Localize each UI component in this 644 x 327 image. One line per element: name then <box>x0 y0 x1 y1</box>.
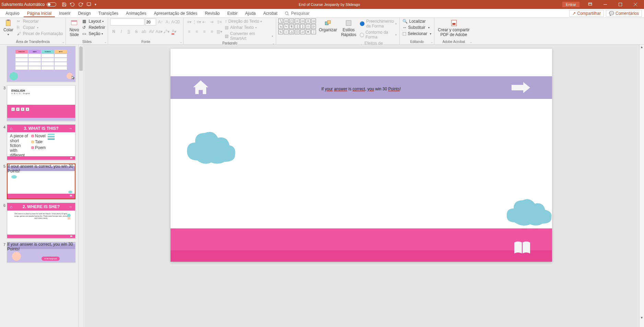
current-slide[interactable]: If your answer is correct, you win 30 Po… <box>171 49 552 262</box>
signin-button[interactable]: Entrar <box>562 2 579 7</box>
shape-brace2-icon[interactable]: } <box>300 24 305 29</box>
arrow-right-icon[interactable] <box>510 81 531 94</box>
cut-button[interactable]: ✂Recortar <box>16 19 64 24</box>
quick-styles-button[interactable]: Estilos Rápidos <box>340 19 358 38</box>
book-icon[interactable] <box>513 240 531 256</box>
shadow-button[interactable]: ab <box>140 28 147 35</box>
clear-format-icon[interactable]: A⌫ <box>172 19 179 25</box>
shape-fill-button[interactable]: 🔵Preenchimento da Forma▾ <box>359 19 397 29</box>
underline-button[interactable]: S <box>125 28 132 35</box>
align-right-button[interactable]: ≡ <box>201 28 208 35</box>
align-center-button[interactable]: ≡ <box>193 28 200 35</box>
shape-rect2-icon[interactable]: ▢ <box>289 19 294 23</box>
shape-line2-icon[interactable]: ↘ <box>278 24 283 29</box>
slideshow-icon[interactable] <box>86 2 91 7</box>
tab-ajuda[interactable]: Ajuda <box>242 10 259 17</box>
minimize-button[interactable] <box>598 0 612 9</box>
thumbnail-6[interactable]: 6 ⌂2. WHERE IS SHE?→ She went to a place… <box>1 203 75 238</box>
share-button[interactable]: ↗Compartilhar <box>569 10 604 17</box>
align-left-button[interactable]: ≡ <box>186 28 192 35</box>
shape-outline-button[interactable]: ◯Contorno da Forma▾ <box>359 30 397 40</box>
font-size-input[interactable] <box>145 19 156 25</box>
case-button[interactable]: Aa▾ <box>155 28 162 35</box>
thumbnail-7[interactable]: 7 If your answer is correct, you win 30 … <box>1 242 75 262</box>
spacing-button[interactable]: AV <box>148 28 155 35</box>
tab-inserir[interactable]: Inserir <box>56 10 74 17</box>
tab-apresentacao[interactable]: Apresentação de Slides <box>150 10 201 17</box>
shape-line-icon[interactable]: ╲ <box>278 19 283 23</box>
thumbnail-5[interactable]: 5 ⌂If your answer is correct, you win 30… <box>1 164 75 199</box>
undo-icon[interactable] <box>70 2 75 7</box>
bullets-button[interactable]: ≡▾ <box>186 19 192 25</box>
scroll-thumb[interactable] <box>79 47 83 71</box>
decrease-font-icon[interactable]: A↓ <box>164 19 171 25</box>
search-box[interactable]: Pesquisar <box>282 10 312 17</box>
smartart-button[interactable]: ▧Converter em SmartArt▾ <box>224 31 274 41</box>
adobe-pdf-button[interactable]: Crear y compartir PDF de Adobe <box>436 19 471 38</box>
shape-zig-icon[interactable]: ↯ <box>289 24 294 29</box>
thumbs-scrollbar[interactable]: ▲ <box>78 45 83 327</box>
tab-pagina-inicial[interactable]: Página Inicial <box>24 10 55 17</box>
shape-par-icon[interactable]: ▱ <box>300 30 305 34</box>
shape-conn-icon[interactable]: ⤷ <box>284 24 289 29</box>
bold-button[interactable]: N <box>110 28 117 35</box>
layout-button[interactable]: ▦Layout▾ <box>82 19 106 24</box>
font-color-button[interactable]: A▾ <box>171 28 177 35</box>
reset-button[interactable]: ↺Redefinir <box>82 25 106 30</box>
columns-button[interactable]: ▥▾ <box>216 28 223 35</box>
save-icon[interactable] <box>62 2 67 7</box>
thumb-preview-7[interactable]: If your answer is correct, you win 30 Po… <box>7 242 75 262</box>
strike-button[interactable]: S <box>133 28 140 35</box>
text-direction-button[interactable]: ↕Direção do Texto▾ <box>224 19 274 24</box>
scroll-up-icon[interactable]: ▲ <box>640 45 644 49</box>
thumb-preview-3[interactable]: ENGLISH A. B. C. D… English 1234 <box>7 85 75 121</box>
shape-arrow-icon[interactable]: ⇨ <box>295 19 300 23</box>
thumbnail-3[interactable]: 3 ENGLISH A. B. C. D… English 1234 <box>1 85 75 121</box>
close-button[interactable] <box>628 0 643 9</box>
section-button[interactable]: ▭Seção▾ <box>82 31 106 36</box>
shape-arrow2-icon[interactable]: ⇩ <box>306 19 311 23</box>
justify-button[interactable]: ≡ <box>208 28 215 35</box>
shape-hex-icon[interactable]: ⬡ <box>295 30 300 34</box>
paste-button[interactable]: Colar ▾ <box>2 19 15 37</box>
tab-transicoes[interactable]: Transições <box>95 10 122 17</box>
toggle-switch-icon[interactable] <box>47 2 56 7</box>
shape-rect4-icon[interactable]: ▭ <box>311 19 316 23</box>
font-name-input[interactable] <box>110 19 144 25</box>
scroll-down-icon[interactable]: ▼ <box>640 315 644 320</box>
align-text-button[interactable]: ▤Alinhar Texto▾ <box>224 25 274 30</box>
shape-rect3-icon[interactable]: ▭ <box>300 19 305 23</box>
tab-design[interactable]: Design <box>74 10 94 17</box>
indent-inc-button[interactable]: ⇥ <box>208 19 215 25</box>
increase-font-icon[interactable]: A↑ <box>157 19 164 25</box>
indent-dec-button[interactable]: ⇤ <box>201 19 208 25</box>
slide-canvas-area[interactable]: If your answer is correct, you win 30 Po… <box>83 45 639 327</box>
select-button[interactable]: ⬚Selecionar▾ <box>402 31 432 36</box>
numbering-button[interactable]: ⋮≡▾ <box>193 19 200 25</box>
shape-action-icon[interactable]: ▷ <box>311 24 316 29</box>
replace-button[interactable]: ↔Substituir▾ <box>402 25 432 30</box>
tab-arquivo[interactable]: Arquivo <box>2 10 23 17</box>
tab-acrobat[interactable]: Acrobat <box>260 10 281 17</box>
thumb-preview-2[interactable]: ENGLISHMATHSCIENCEARTS <box>7 46 75 82</box>
new-slide-button[interactable]: Novo Slide <box>68 19 80 38</box>
redo-icon[interactable] <box>78 2 83 7</box>
canvas-scrollbar[interactable]: ▲ ▼ <box>639 45 644 327</box>
format-painter-button[interactable]: 🖌Pincel de Formatação <box>16 31 64 36</box>
thumb-preview-4[interactable]: ⌂3. WHAT IS THIS?→ A piece of short fict… <box>7 124 75 160</box>
shape-brace-icon[interactable]: { <box>295 24 300 29</box>
thumbnail-4[interactable]: 4 ⌂3. WHAT IS THIS?→ A piece of short fi… <box>1 124 75 160</box>
tab-animacoes[interactable]: Animações <box>122 10 150 17</box>
find-button[interactable]: 🔍Localizar <box>402 19 432 24</box>
slide-thumbnails-pane[interactable]: ENGLISHMATHSCIENCEARTS 3 ENGLISH A. B. C… <box>0 45 78 327</box>
tab-exibir[interactable]: Exibir <box>224 10 241 17</box>
italic-button[interactable]: I <box>118 28 125 35</box>
arrange-button[interactable]: Organizar <box>317 19 338 33</box>
line-spacing-button[interactable]: ‡≡ <box>216 19 223 25</box>
highlight-button[interactable]: 🖍▾ <box>163 28 170 35</box>
autosave-toggle[interactable]: Salvamento Automático <box>1 2 56 7</box>
shape-tri-icon[interactable]: △ <box>289 30 294 34</box>
shapes-gallery[interactable]: ╲ ▭ ▢ ⇨ ▭ ⇩ ▭ ↘ ⤷ ↯ { } ☆ ▷ ∿ ○ △ ⬡ ▱ ✦ <box>278 19 316 34</box>
shape-oval-icon[interactable]: ○ <box>284 30 289 34</box>
shape-star2-icon[interactable]: ✦ <box>306 30 311 34</box>
